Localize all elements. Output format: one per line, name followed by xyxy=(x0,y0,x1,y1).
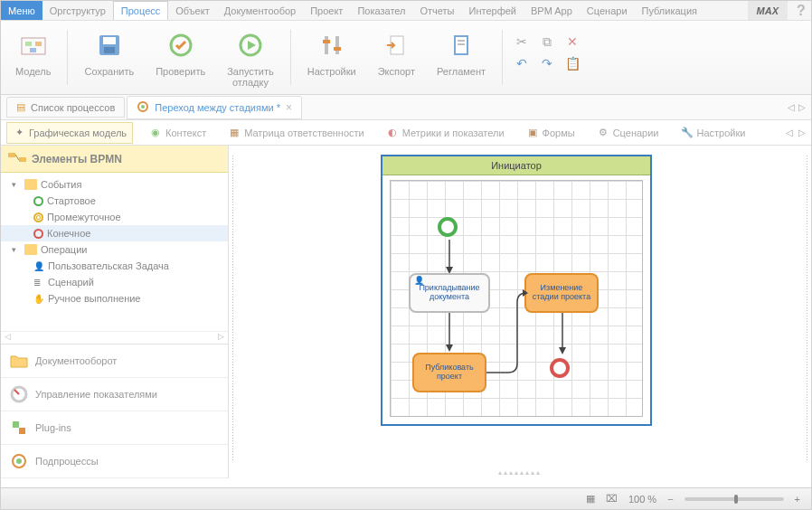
menu-tab-process[interactable]: Процесс xyxy=(113,1,168,20)
bpmn-script-task[interactable]: Публиковать проект xyxy=(412,353,486,392)
tab-next-icon[interactable]: ▷ xyxy=(798,102,806,112)
tab-prev-icon[interactable]: ◁ xyxy=(788,102,795,112)
panel-plugins[interactable]: Plug-ins xyxy=(1,411,228,445)
menu-bar: Меню Оргструктур Процесс Объект Документ… xyxy=(1,1,811,21)
ribbon-debug[interactable]: Запустить отладку xyxy=(222,24,279,90)
tree-label: Конечное xyxy=(47,228,90,239)
panel-subprocesses[interactable]: Подпроцессы xyxy=(1,445,228,478)
delete-icon[interactable]: ✕ xyxy=(564,33,581,50)
subtab-graphic-model[interactable]: ✦ Графическая модель xyxy=(6,122,133,144)
subtab-label: Матрица ответственности xyxy=(244,128,364,138)
ribbon-reglament[interactable]: Регламент xyxy=(431,24,491,90)
subtab-matrix[interactable]: ▦ Матрица ответственности xyxy=(222,123,370,143)
user-task-icon: 👤 xyxy=(33,261,44,271)
menu-tab-interface[interactable]: Интерфей xyxy=(462,1,524,20)
check-icon xyxy=(165,30,196,61)
document-tabs: ▤ Список процессов Переход между стадиям… xyxy=(1,95,811,120)
sidebar-title: Элементы BPMN xyxy=(32,153,122,165)
svg-marker-33 xyxy=(559,347,566,354)
ribbon-clipboard-group: ✂ ⧉ ✕ ↶ ↷ 📋 xyxy=(514,24,581,90)
menu-tab-reports[interactable]: Отчеты xyxy=(412,1,461,20)
subtab-scenarios[interactable]: ⚙ Сценарии xyxy=(591,123,665,143)
subtab-settings[interactable]: 🔧 Настройки xyxy=(675,123,751,143)
tab-process-list[interactable]: ▤ Список процессов xyxy=(6,97,125,118)
tree-operations[interactable]: ▾ Операции xyxy=(1,241,228,258)
svg-point-26 xyxy=(16,458,22,464)
ribbon: Модель Сохранить Проверить Запустить отл… xyxy=(1,21,811,95)
menu-tab-scenarios[interactable]: Сценари xyxy=(580,1,635,20)
bpmn-flow[interactable] xyxy=(486,280,528,380)
tree-intermediate-event[interactable]: Промежуточное xyxy=(1,209,228,225)
tree-label: Ручное выполнение xyxy=(48,293,140,304)
gauge-icon: ◐ xyxy=(386,127,399,139)
zoom-in-icon[interactable]: + xyxy=(795,494,800,505)
svg-rect-17 xyxy=(458,43,465,45)
tree-user-task[interactable]: 👤 Пользовательская Задача xyxy=(1,258,228,274)
svg-marker-31 xyxy=(523,289,528,297)
panel-docs[interactable]: Документооборот xyxy=(1,345,228,378)
tree-manual-task[interactable]: ✋ Ручное выполнение xyxy=(1,290,228,307)
ribbon-check[interactable]: Проверить xyxy=(150,24,211,90)
menu-tab-project[interactable]: Проект xyxy=(303,1,350,20)
paste-icon[interactable]: 📋 xyxy=(564,55,581,71)
ribbon-export[interactable]: Экспорт xyxy=(373,24,420,90)
subtab-context[interactable]: ◉ Контекст xyxy=(144,123,212,143)
ribbon-settings[interactable]: Настройки xyxy=(302,24,362,90)
panel-indicators[interactable]: Управление показателями xyxy=(1,378,228,411)
menu-tab-bpmapp[interactable]: BPM App xyxy=(524,1,580,20)
tab-transition[interactable]: Переход между стадиями * × xyxy=(127,96,302,119)
svg-rect-13 xyxy=(334,47,341,51)
zoom-out-icon[interactable]: − xyxy=(667,494,673,505)
ribbon-save[interactable]: Сохранить xyxy=(79,24,139,90)
svg-rect-23 xyxy=(13,421,19,428)
menu-tab-docs[interactable]: Документообор xyxy=(217,1,303,20)
svg-point-19 xyxy=(141,105,145,109)
menu-button[interactable]: Меню xyxy=(1,1,42,20)
bpmn-user-task[interactable]: Прикладывание документа xyxy=(409,273,490,313)
copy-icon[interactable]: ⧉ xyxy=(539,33,555,50)
tab-label: Переход между стадиями * xyxy=(155,102,280,113)
zoom-slider[interactable] xyxy=(685,497,784,501)
tree-script-task[interactable]: ≣ Сценарий xyxy=(1,274,228,290)
camera-icon[interactable]: ⌧ xyxy=(606,493,618,505)
subtab-metrics[interactable]: ◐ Метрики и показатели xyxy=(381,123,510,143)
bpmn-pool[interactable]: Инициатор Прикладывание документа Публик… xyxy=(381,155,652,426)
puzzle-icon: ✦ xyxy=(13,127,25,139)
menu-tab-publish[interactable]: Публикация xyxy=(635,1,704,20)
redo-icon[interactable]: ↷ xyxy=(539,55,555,71)
undo-icon[interactable]: ↶ xyxy=(514,55,530,71)
collapse-icon[interactable]: ▾ xyxy=(12,245,21,254)
bpmn-end-event[interactable] xyxy=(550,358,570,378)
subtab-forms[interactable]: ▣ Формы xyxy=(521,123,581,143)
svg-rect-24 xyxy=(19,428,25,434)
subtab-next-icon[interactable]: ▷ xyxy=(798,128,806,137)
bpmn-script-task[interactable]: Изменение стадии проекта xyxy=(524,273,599,313)
lane-header[interactable]: Инициатор xyxy=(382,156,650,175)
diagram-canvas[interactable]: Инициатор Прикладывание документа Публик… xyxy=(229,146,811,478)
menu-tab-indicators[interactable]: Показател xyxy=(350,1,412,20)
sidebar-panels: Документооборот Управление показателями … xyxy=(1,344,228,478)
bpmn-flow[interactable] xyxy=(558,313,567,358)
ribbon-model[interactable]: Модель xyxy=(10,24,56,90)
collapse-icon[interactable]: ▾ xyxy=(12,180,21,189)
subtab-prev-icon[interactable]: ◁ xyxy=(786,128,793,137)
tree-label: Операции xyxy=(41,244,87,255)
bpmn-start-event[interactable] xyxy=(438,217,458,237)
bpmn-grid[interactable]: Прикладывание документа Публиковать прое… xyxy=(390,180,643,417)
bpmn-flow[interactable] xyxy=(445,240,454,276)
tree-events[interactable]: ▾ События xyxy=(1,176,228,193)
tree-end-event[interactable]: Конечное xyxy=(1,225,228,241)
max-button[interactable]: MAX xyxy=(748,1,788,20)
close-icon[interactable]: × xyxy=(286,101,292,114)
resize-handle[interactable]: ▴▴▴▴▴▴▴▴ xyxy=(498,468,542,477)
tree-start-event[interactable]: Стартовое xyxy=(1,193,228,209)
svg-rect-21 xyxy=(19,157,26,162)
bpmn-flow[interactable] xyxy=(445,313,454,354)
menu-tab-org[interactable]: Оргструктур xyxy=(42,1,113,20)
sidebar-scroll[interactable]: ◁▷ xyxy=(1,331,228,344)
help-icon[interactable]: ? xyxy=(791,1,811,20)
cut-icon[interactable]: ✂ xyxy=(514,33,530,50)
menu-tab-object[interactable]: Объект xyxy=(168,1,216,20)
panel-label: Документооборот xyxy=(35,355,117,366)
grid-icon[interactable]: ▦ xyxy=(586,493,595,505)
